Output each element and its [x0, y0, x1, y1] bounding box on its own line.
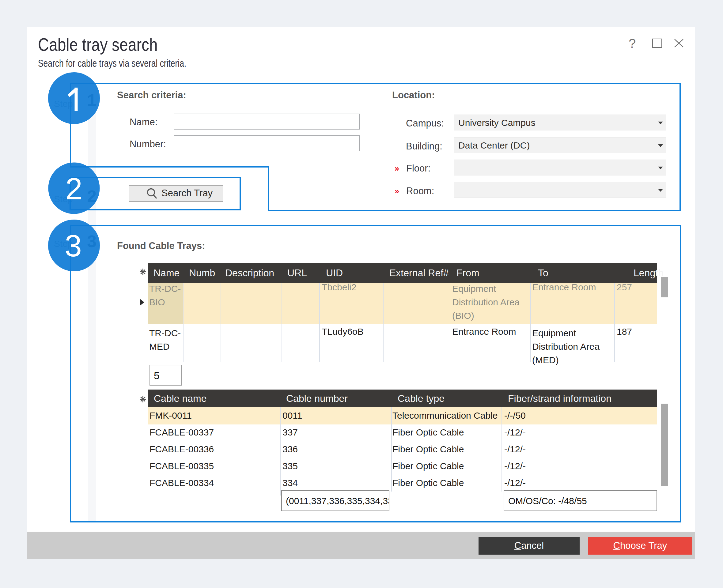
svg-text:3: 3 — [65, 229, 82, 263]
svg-text:2: 2 — [65, 171, 82, 206]
